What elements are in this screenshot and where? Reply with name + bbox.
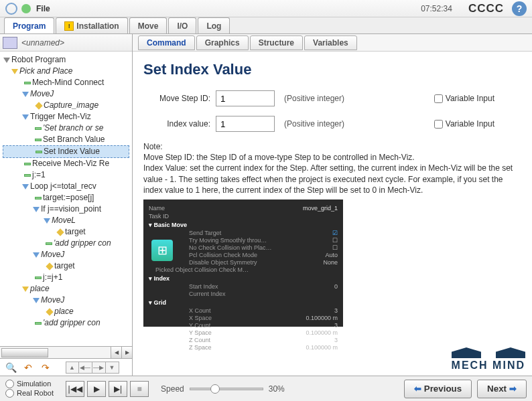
tab-io[interactable]: I/O	[168, 17, 196, 33]
tree-if-vision[interactable]: If j==vision_point	[41, 204, 101, 215]
tree-mech-connect[interactable]: Mech-Mind Connect	[32, 77, 104, 88]
tree-trigger[interactable]: Trigger Mech-Viz	[30, 111, 91, 123]
mv-name-v: move_grid_1	[303, 205, 338, 212]
content-panel: Command Graphics Structure Variables Set…	[133, 34, 532, 376]
program-name[interactable]: <unnamed>	[21, 38, 64, 48]
search-icon[interactable]: 🔍	[3, 360, 19, 375]
step-icon	[46, 242, 52, 245]
tree-capture[interactable]: Capture_image	[44, 100, 98, 111]
tree-add-grip2[interactable]: 'add gripper con	[43, 317, 101, 329]
speed-label: Speed	[161, 384, 184, 394]
power-icon[interactable]	[21, 4, 31, 13]
realrobot-radio[interactable]: Real Robot	[5, 389, 54, 398]
realrobot-radio-input[interactable]	[5, 389, 14, 398]
subtab-graphics[interactable]: Graphics	[196, 35, 249, 50]
arrow-left-icon: ⬅	[414, 384, 421, 394]
tree-place[interactable]: place	[30, 283, 50, 295]
move-step-input[interactable]	[216, 90, 275, 106]
note-header: Note:	[143, 141, 521, 152]
subtab-command[interactable]: Command	[138, 35, 195, 50]
h-scrollbar[interactable]: ◀ ▶	[0, 346, 132, 358]
wp-icon	[56, 228, 64, 236]
tree-movej2[interactable]: MoveJ	[41, 249, 64, 260]
tree-set-index[interactable]: Set Index Value	[44, 146, 100, 157]
command-content: Set Index Value Move Step ID: (Positive …	[133, 52, 532, 376]
program-tree[interactable]: Robot Program Pick and Place Mech-Mind C…	[0, 52, 132, 346]
var-input-checkbox-1[interactable]	[434, 94, 443, 103]
mv-xcount: X Count	[189, 307, 211, 314]
disk-icon[interactable]	[3, 37, 17, 49]
nav-up-icon[interactable]: ▲	[66, 362, 79, 374]
undo-icon[interactable]: ↶	[20, 360, 36, 375]
step-icon	[36, 151, 42, 153]
mv-sec-grid: ▾ Grid	[149, 299, 338, 306]
program-tree-panel: <unnamed> Robot Program Pick and Place M…	[0, 34, 133, 376]
tab-log[interactable]: Log	[198, 17, 230, 33]
arrow-right-icon: ➡	[509, 384, 517, 394]
tab-installation[interactable]: ! Installation	[56, 17, 127, 33]
tree-set-branch-se[interactable]: 'Set branch or se	[43, 123, 103, 134]
stop-button[interactable]: ■	[130, 381, 149, 397]
redo-icon[interactable]: ↷	[38, 360, 54, 375]
mv-yspace: Y Space	[189, 329, 212, 336]
mv-sec-basic: ▾ Basic Move	[149, 222, 338, 228]
subtab-variables[interactable]: Variables	[304, 35, 357, 50]
speed-slider[interactable]	[190, 388, 263, 390]
tree-j1[interactable]: j:=1	[32, 169, 46, 181]
mv-zspace: Z Space	[189, 344, 212, 351]
tree-movej3[interactable]: MoveJ	[41, 295, 64, 306]
mv-xspace: X Space	[189, 315, 212, 321]
sim-radio-input[interactable]	[5, 380, 14, 388]
var-input-2[interactable]: Variable Input	[434, 119, 494, 129]
sim-radio[interactable]: Simulation	[5, 380, 54, 388]
main-tabs: Program ! Installation Move I/O Log	[0, 17, 532, 33]
tree-add-grip1[interactable]: 'add gripper con	[54, 238, 111, 249]
mv-pcl-mode: Pcl Collision Check Mode	[189, 252, 257, 258]
tree-target2[interactable]: target	[54, 260, 75, 272]
warning-icon: !	[64, 21, 74, 31]
speed-knob[interactable]	[210, 384, 220, 394]
mv-picked: Picked Object Collision Check M…	[155, 266, 249, 273]
tree-jinc[interactable]: j:=j+1	[43, 272, 62, 283]
previous-button[interactable]: ⬅Previous	[404, 380, 472, 398]
step-icon	[35, 127, 42, 130]
index-label: Index value:	[143, 119, 210, 129]
tree-target-pose[interactable]: target:=pose[j]	[43, 192, 94, 204]
scroll-left-icon[interactable]: ◀	[111, 347, 121, 358]
next-button[interactable]: Next➡	[477, 380, 527, 398]
tree-toolbar: 🔍 ↶ ↷ ▲ ◀— —▶ ▼	[0, 358, 132, 376]
index-input[interactable]	[216, 116, 275, 132]
var-input-1[interactable]: Variable Input	[434, 94, 494, 103]
play-button[interactable]: ▶	[87, 381, 106, 397]
tree-receive[interactable]: Receive Mech-Viz Re	[32, 158, 109, 169]
top-bar: File 07:52:34 CCCC ?	[0, 0, 532, 17]
mv-task-k: Task ID	[149, 213, 169, 220]
subtab-structure[interactable]: Structure	[250, 35, 303, 50]
cccc-label: CCCC	[468, 2, 504, 15]
tree-set-branch[interactable]: Set Branch Value	[43, 134, 105, 145]
tab-program[interactable]: Program	[4, 17, 54, 33]
tree-target1[interactable]: target	[65, 226, 86, 238]
tree-place2[interactable]: place	[54, 306, 74, 317]
rewind-button[interactable]: |◀◀	[66, 381, 84, 397]
tree-movej1[interactable]: MoveJ	[30, 88, 54, 100]
step-icon	[35, 197, 42, 199]
tree-loop[interactable]: Loop j<=total_recv	[30, 181, 96, 192]
help-icon[interactable]: ?	[512, 1, 527, 16]
tree-movel1[interactable]: MoveL	[52, 215, 76, 226]
scrollbar-thumb[interactable]	[1, 348, 48, 357]
pos-int-hint: (Positive integer)	[284, 94, 344, 103]
step-icon	[35, 139, 42, 141]
tree-pick-place[interactable]: Pick and Place	[19, 66, 72, 77]
scroll-right-icon[interactable]: ▶	[121, 347, 132, 358]
file-menu[interactable]: File	[36, 4, 50, 13]
step-button[interactable]: ▶|	[109, 381, 127, 397]
nav-down-icon[interactable]: ▼	[106, 362, 119, 374]
tab-move[interactable]: Move	[129, 17, 168, 33]
tree-root[interactable]: Robot Program	[11, 54, 66, 66]
nav-right-icon[interactable]: —▶	[92, 362, 106, 374]
mv-cur-idx: Current Index	[189, 291, 226, 297]
var-input-checkbox-2[interactable]	[434, 120, 443, 129]
nav-left-icon[interactable]: ◀—	[79, 362, 92, 374]
step-icon	[35, 322, 42, 325]
